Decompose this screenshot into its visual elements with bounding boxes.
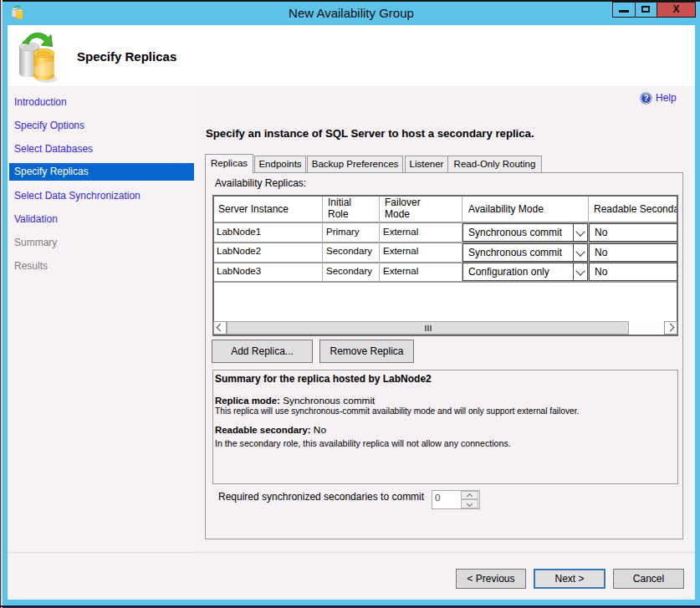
- svg-text:?: ?: [643, 94, 648, 103]
